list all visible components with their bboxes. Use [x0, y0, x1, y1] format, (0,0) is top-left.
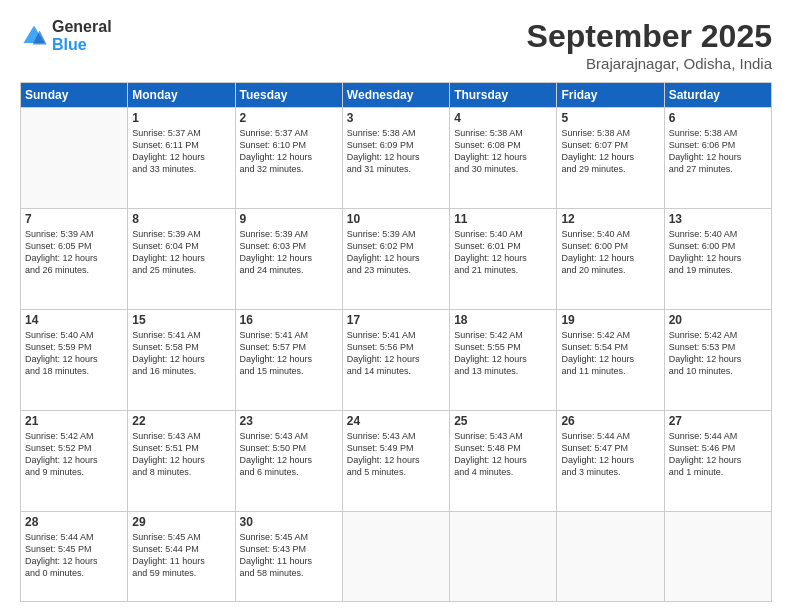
cell-info: Sunrise: 5:40 AM Sunset: 6:00 PM Dayligh… — [561, 228, 659, 277]
cell-info: Sunrise: 5:43 AM Sunset: 5:49 PM Dayligh… — [347, 430, 445, 479]
cell-info: Sunrise: 5:44 AM Sunset: 5:46 PM Dayligh… — [669, 430, 767, 479]
day-number: 4 — [454, 111, 552, 125]
day-number: 29 — [132, 515, 230, 529]
weekday-header: Monday — [128, 83, 235, 108]
calendar-cell — [557, 511, 664, 601]
calendar-cell: 20Sunrise: 5:42 AM Sunset: 5:53 PM Dayli… — [664, 309, 771, 410]
calendar-cell: 26Sunrise: 5:44 AM Sunset: 5:47 PM Dayli… — [557, 410, 664, 511]
calendar-cell: 27Sunrise: 5:44 AM Sunset: 5:46 PM Dayli… — [664, 410, 771, 511]
day-number: 2 — [240, 111, 338, 125]
day-number: 11 — [454, 212, 552, 226]
cell-info: Sunrise: 5:45 AM Sunset: 5:43 PM Dayligh… — [240, 531, 338, 580]
cell-info: Sunrise: 5:42 AM Sunset: 5:52 PM Dayligh… — [25, 430, 123, 479]
day-number: 28 — [25, 515, 123, 529]
calendar-cell: 30Sunrise: 5:45 AM Sunset: 5:43 PM Dayli… — [235, 511, 342, 601]
calendar-cell: 17Sunrise: 5:41 AM Sunset: 5:56 PM Dayli… — [342, 309, 449, 410]
calendar-cell: 21Sunrise: 5:42 AM Sunset: 5:52 PM Dayli… — [21, 410, 128, 511]
day-number: 22 — [132, 414, 230, 428]
calendar-header-row: SundayMondayTuesdayWednesdayThursdayFrid… — [21, 83, 772, 108]
calendar-cell: 1Sunrise: 5:37 AM Sunset: 6:11 PM Daylig… — [128, 108, 235, 209]
cell-info: Sunrise: 5:43 AM Sunset: 5:48 PM Dayligh… — [454, 430, 552, 479]
calendar-cell: 25Sunrise: 5:43 AM Sunset: 5:48 PM Dayli… — [450, 410, 557, 511]
cell-info: Sunrise: 5:37 AM Sunset: 6:10 PM Dayligh… — [240, 127, 338, 176]
calendar-cell: 14Sunrise: 5:40 AM Sunset: 5:59 PM Dayli… — [21, 309, 128, 410]
cell-info: Sunrise: 5:39 AM Sunset: 6:03 PM Dayligh… — [240, 228, 338, 277]
day-number: 15 — [132, 313, 230, 327]
day-number: 25 — [454, 414, 552, 428]
calendar-week-row: 14Sunrise: 5:40 AM Sunset: 5:59 PM Dayli… — [21, 309, 772, 410]
title-block: September 2025 Brajarajnagar, Odisha, In… — [527, 18, 772, 72]
day-number: 30 — [240, 515, 338, 529]
day-number: 17 — [347, 313, 445, 327]
day-number: 8 — [132, 212, 230, 226]
weekday-header: Tuesday — [235, 83, 342, 108]
header: General Blue September 2025 Brajarajnaga… — [20, 18, 772, 72]
logo-text: General Blue — [52, 18, 112, 53]
day-number: 3 — [347, 111, 445, 125]
cell-info: Sunrise: 5:41 AM Sunset: 5:57 PM Dayligh… — [240, 329, 338, 378]
cell-info: Sunrise: 5:39 AM Sunset: 6:02 PM Dayligh… — [347, 228, 445, 277]
weekday-header: Wednesday — [342, 83, 449, 108]
day-number: 5 — [561, 111, 659, 125]
calendar-cell: 7Sunrise: 5:39 AM Sunset: 6:05 PM Daylig… — [21, 208, 128, 309]
logo: General Blue — [20, 18, 112, 53]
calendar-cell — [342, 511, 449, 601]
day-number: 23 — [240, 414, 338, 428]
calendar-cell: 5Sunrise: 5:38 AM Sunset: 6:07 PM Daylig… — [557, 108, 664, 209]
cell-info: Sunrise: 5:42 AM Sunset: 5:54 PM Dayligh… — [561, 329, 659, 378]
cell-info: Sunrise: 5:40 AM Sunset: 6:01 PM Dayligh… — [454, 228, 552, 277]
cell-info: Sunrise: 5:38 AM Sunset: 6:07 PM Dayligh… — [561, 127, 659, 176]
logo-icon — [20, 22, 48, 50]
cell-info: Sunrise: 5:41 AM Sunset: 5:56 PM Dayligh… — [347, 329, 445, 378]
cell-info: Sunrise: 5:37 AM Sunset: 6:11 PM Dayligh… — [132, 127, 230, 176]
cell-info: Sunrise: 5:45 AM Sunset: 5:44 PM Dayligh… — [132, 531, 230, 580]
day-number: 1 — [132, 111, 230, 125]
calendar-cell: 15Sunrise: 5:41 AM Sunset: 5:58 PM Dayli… — [128, 309, 235, 410]
calendar-cell: 22Sunrise: 5:43 AM Sunset: 5:51 PM Dayli… — [128, 410, 235, 511]
day-number: 13 — [669, 212, 767, 226]
day-number: 12 — [561, 212, 659, 226]
day-number: 21 — [25, 414, 123, 428]
day-number: 16 — [240, 313, 338, 327]
calendar-cell: 18Sunrise: 5:42 AM Sunset: 5:55 PM Dayli… — [450, 309, 557, 410]
cell-info: Sunrise: 5:44 AM Sunset: 5:45 PM Dayligh… — [25, 531, 123, 580]
day-number: 27 — [669, 414, 767, 428]
weekday-header: Thursday — [450, 83, 557, 108]
calendar-cell: 23Sunrise: 5:43 AM Sunset: 5:50 PM Dayli… — [235, 410, 342, 511]
calendar-week-row: 28Sunrise: 5:44 AM Sunset: 5:45 PM Dayli… — [21, 511, 772, 601]
calendar-cell: 10Sunrise: 5:39 AM Sunset: 6:02 PM Dayli… — [342, 208, 449, 309]
calendar-week-row: 21Sunrise: 5:42 AM Sunset: 5:52 PM Dayli… — [21, 410, 772, 511]
calendar-cell: 9Sunrise: 5:39 AM Sunset: 6:03 PM Daylig… — [235, 208, 342, 309]
weekday-header: Saturday — [664, 83, 771, 108]
calendar-cell: 28Sunrise: 5:44 AM Sunset: 5:45 PM Dayli… — [21, 511, 128, 601]
day-number: 18 — [454, 313, 552, 327]
calendar-cell: 24Sunrise: 5:43 AM Sunset: 5:49 PM Dayli… — [342, 410, 449, 511]
cell-info: Sunrise: 5:39 AM Sunset: 6:04 PM Dayligh… — [132, 228, 230, 277]
day-number: 10 — [347, 212, 445, 226]
calendar-cell: 8Sunrise: 5:39 AM Sunset: 6:04 PM Daylig… — [128, 208, 235, 309]
day-number: 6 — [669, 111, 767, 125]
weekday-header: Sunday — [21, 83, 128, 108]
calendar-cell — [450, 511, 557, 601]
cell-info: Sunrise: 5:43 AM Sunset: 5:51 PM Dayligh… — [132, 430, 230, 479]
cell-info: Sunrise: 5:43 AM Sunset: 5:50 PM Dayligh… — [240, 430, 338, 479]
calendar-cell: 6Sunrise: 5:38 AM Sunset: 6:06 PM Daylig… — [664, 108, 771, 209]
calendar-week-row: 7Sunrise: 5:39 AM Sunset: 6:05 PM Daylig… — [21, 208, 772, 309]
calendar-week-row: 1Sunrise: 5:37 AM Sunset: 6:11 PM Daylig… — [21, 108, 772, 209]
cell-info: Sunrise: 5:40 AM Sunset: 6:00 PM Dayligh… — [669, 228, 767, 277]
calendar-cell: 19Sunrise: 5:42 AM Sunset: 5:54 PM Dayli… — [557, 309, 664, 410]
calendar-cell — [664, 511, 771, 601]
location: Brajarajnagar, Odisha, India — [527, 55, 772, 72]
calendar-cell: 13Sunrise: 5:40 AM Sunset: 6:00 PM Dayli… — [664, 208, 771, 309]
calendar-cell: 3Sunrise: 5:38 AM Sunset: 6:09 PM Daylig… — [342, 108, 449, 209]
page: General Blue September 2025 Brajarajnaga… — [0, 0, 792, 612]
calendar-cell: 12Sunrise: 5:40 AM Sunset: 6:00 PM Dayli… — [557, 208, 664, 309]
cell-info: Sunrise: 5:38 AM Sunset: 6:09 PM Dayligh… — [347, 127, 445, 176]
day-number: 19 — [561, 313, 659, 327]
calendar-cell: 29Sunrise: 5:45 AM Sunset: 5:44 PM Dayli… — [128, 511, 235, 601]
cell-info: Sunrise: 5:38 AM Sunset: 6:06 PM Dayligh… — [669, 127, 767, 176]
cell-info: Sunrise: 5:38 AM Sunset: 6:08 PM Dayligh… — [454, 127, 552, 176]
cell-info: Sunrise: 5:40 AM Sunset: 5:59 PM Dayligh… — [25, 329, 123, 378]
day-number: 14 — [25, 313, 123, 327]
cell-info: Sunrise: 5:42 AM Sunset: 5:53 PM Dayligh… — [669, 329, 767, 378]
